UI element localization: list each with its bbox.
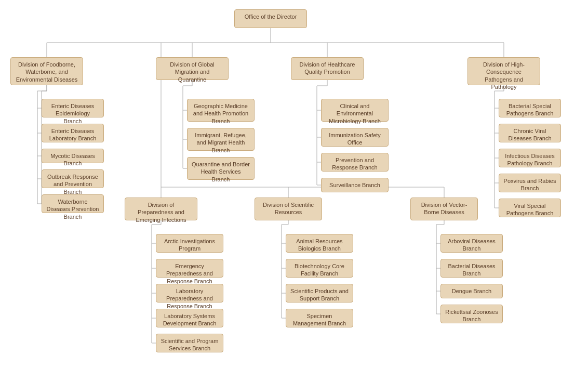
d1b1-node: Enteric Diseases Epidemiology Branch (42, 99, 104, 117)
d6b3-node: Scientific Products and Support Branch (286, 284, 353, 303)
director-node: Office of the Director (234, 9, 307, 28)
d7b1-node: Arboviral Diseases Branch (440, 234, 503, 253)
div7-node: Division of Vector-Borne Diseases (410, 198, 478, 220)
div2-node: Division of Global Migration and Quarant… (156, 57, 229, 80)
d3b3-node: Prevention and Response Branch (321, 153, 389, 172)
d5b2-node: Emergency Preparedness and Response Bran… (156, 259, 223, 278)
d4b4-node: Poxvirus and Rabies Branch (499, 174, 561, 192)
d7b2-node: Bacterial Diseases Branch (440, 259, 503, 278)
d6b4-node: Specimen Management Branch (286, 309, 353, 327)
d4b3-node: Infectious Diseases Pathology Branch (499, 149, 561, 167)
d1b3-node: Mycotic Diseases Branch (42, 149, 104, 163)
div6-node: Division of Scientific Resources (255, 198, 322, 220)
d7b4-node: Rickettsial Zoonoses Branch (440, 305, 503, 323)
d1b5-node: Waterborne Diseases Prevention Branch (42, 194, 104, 213)
div1-node: Division of Foodborne, Waterborne, and E… (10, 57, 83, 85)
d6b1-node: Animal Resources Biologics Branch (286, 234, 353, 253)
div5-node: Division of Preparedness and Emerging In… (125, 198, 197, 220)
d5b5-node: Scientific and Program Services Branch (156, 334, 223, 352)
d2b1-node: Geographic Medicine and Health Promotion… (187, 99, 255, 122)
d2b2-node: Immigrant, Refugee, and Migrant Health B… (187, 128, 255, 151)
d4b1-node: Bacterial Special Pathogens Branch (499, 99, 561, 117)
d7b3-node: Dengue Branch (440, 284, 503, 298)
div4-node: Division of High-Consequence Pathogens a… (467, 57, 540, 85)
d3b4-node: Surveillance Branch (321, 178, 389, 192)
d5b1-node: Arctic Investigations Program (156, 234, 223, 253)
d1b2-node: Enteric Diseases Laboratory Branch (42, 124, 104, 142)
div3-node: Division of Healthcare Quality Promotion (291, 57, 364, 80)
d4b5-node: Viral Special Pathogens Branch (499, 199, 561, 217)
d1b4-node: Outbreak Response and Prevention Branch (42, 169, 104, 188)
d3b1-node: Clinical and Environmental Microbiology … (321, 99, 389, 122)
d2b3-node: Quarantine and Border Health Services Br… (187, 157, 255, 180)
d5b3-node: Laboratory Preparedness and Response Bra… (156, 284, 223, 303)
d5b4-node: Laboratory Systems Development Branch (156, 309, 223, 327)
d4b2-node: Chronic Viral Diseases Branch (499, 124, 561, 142)
d6b2-node: Biotechnology Core Facility Branch (286, 259, 353, 278)
org-chart: Office of the Director Division of Foodb… (0, 0, 588, 368)
d3b2-node: Immunization Safety Office (321, 128, 389, 147)
